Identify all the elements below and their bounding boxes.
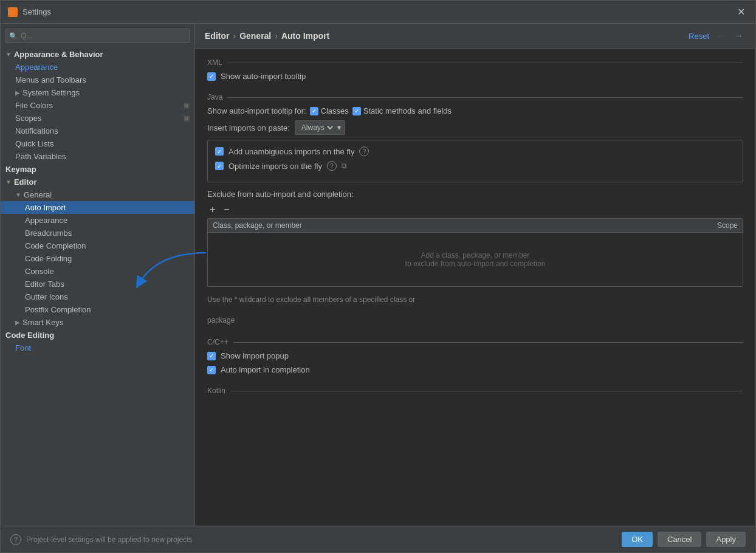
- sidebar-item-appearance2[interactable]: Appearance: [1, 214, 194, 227]
- java-section: Java Show auto-import tooltip for: ✓ Cla…: [207, 93, 743, 326]
- sidebar-item-path-variables[interactable]: Path Variables: [1, 150, 194, 163]
- app-icon: [8, 7, 18, 17]
- content-header: Editor › General › Auto Import Reset ← →: [195, 24, 755, 49]
- kotlin-section: Kotlin: [207, 386, 743, 395]
- cpp-section: C/C++ ✓ Show import popup ✓ Auto import …: [207, 338, 743, 374]
- add-unambiguous-label: Add unambiguous imports on the fly: [229, 147, 354, 156]
- breadcrumb-general: General: [239, 31, 271, 41]
- sidebar-item-editor[interactable]: ▼ Editor: [1, 176, 194, 188]
- expand-arrow-general: ▼: [15, 191, 21, 198]
- sidebar-item-console[interactable]: Console: [1, 265, 194, 278]
- cpp-show-popup-label: Show import popup: [221, 351, 289, 360]
- insert-imports-row: Insert imports on paste: Always Ask Neve…: [207, 120, 743, 135]
- insert-imports-label: Insert imports on paste:: [207, 123, 290, 132]
- java-tooltip-for-label: Show auto-import tooltip for:: [207, 106, 306, 115]
- breadcrumb-sep-1: ›: [233, 31, 236, 41]
- checkmark: ✓: [209, 366, 214, 373]
- table-header: Class, package, or member Scope: [208, 219, 743, 233]
- add-unambiguous-help-icon[interactable]: ?: [359, 146, 369, 156]
- sidebar-item-code-folding[interactable]: Code Folding: [1, 252, 194, 265]
- bottom-info-text: Project-level settings will be applied t…: [26, 535, 192, 544]
- sidebar-item-smart-keys[interactable]: ▶ Smart Keys: [1, 316, 194, 329]
- static-label: Static methods and fields: [363, 106, 452, 115]
- nav-back-button[interactable]: ←: [714, 30, 727, 42]
- exclude-table: Class, package, or member Scope Add a cl…: [207, 218, 743, 287]
- sidebar-item-file-colors[interactable]: File Colors ▣: [1, 99, 194, 112]
- sidebar-item-gutter-icons[interactable]: Gutter Icons: [1, 290, 194, 303]
- breadcrumb-editor: Editor: [205, 31, 229, 41]
- header-actions: Reset ← →: [689, 30, 746, 42]
- content-body: XML ✓ Show auto-import tooltip Java Show…: [195, 49, 755, 526]
- insert-imports-dropdown[interactable]: Always Ask Never ▾: [295, 120, 345, 135]
- optimize-imports-row: ✓ Optimize imports on the fly ? ⧉: [215, 161, 735, 171]
- sidebar-item-editor-tabs[interactable]: Editor Tabs: [1, 278, 194, 290]
- kotlin-section-title: Kotlin: [207, 386, 743, 395]
- sidebar-item-quick-lists[interactable]: Quick Lists: [1, 137, 194, 150]
- sidebar-item-system-settings[interactable]: ▶ System Settings: [1, 86, 194, 99]
- apply-button[interactable]: Apply: [706, 532, 746, 547]
- copy-icon[interactable]: ⧉: [342, 162, 347, 170]
- search-icon: 🔍: [9, 32, 18, 40]
- sidebar-item-general[interactable]: ▼ General: [1, 188, 194, 201]
- classes-pair: ✓ Classes: [310, 106, 349, 115]
- cancel-button[interactable]: Cancel: [658, 532, 701, 547]
- search-input[interactable]: [5, 29, 190, 43]
- classes-label: Classes: [321, 106, 349, 115]
- title-bar: Settings ✕: [1, 1, 755, 24]
- col-class-header: Class, package, or member: [213, 221, 689, 230]
- checkmark: ✓: [209, 73, 214, 80]
- remove-exclude-button[interactable]: −: [221, 204, 232, 216]
- cpp-auto-import-row: ✓ Auto import in completion: [207, 365, 743, 374]
- cpp-show-popup-checkbox[interactable]: ✓: [207, 352, 216, 360]
- sidebar-item-breadcrumbs[interactable]: Breadcrumbs: [1, 227, 194, 239]
- exclude-toolbar: + −: [207, 204, 743, 216]
- optimize-help-icon[interactable]: ?: [327, 161, 337, 171]
- close-button[interactable]: ✕: [734, 5, 748, 19]
- reset-link[interactable]: Reset: [689, 32, 709, 41]
- static-checkbox[interactable]: ✓: [352, 107, 361, 115]
- sidebar-item-scopes[interactable]: Scopes ▣: [1, 112, 194, 125]
- breadcrumb-auto-import: Auto Import: [281, 31, 329, 41]
- sidebar-item-notifications[interactable]: Notifications: [1, 125, 194, 137]
- ok-button[interactable]: OK: [622, 532, 653, 547]
- sidebar-item-appearance-behavior[interactable]: ▼ Appearance & Behavior: [1, 48, 194, 61]
- wildcard-hint-line2: package: [207, 315, 743, 326]
- sidebar-item-code-completion[interactable]: Code Completion: [1, 239, 194, 252]
- add-unambiguous-checkbox[interactable]: ✓: [215, 147, 224, 156]
- breadcrumb-sep-2: ›: [275, 31, 278, 41]
- col-scope-header: Scope: [689, 221, 738, 230]
- dialog-title: Settings: [22, 7, 734, 16]
- optimize-imports-checkbox[interactable]: ✓: [215, 162, 224, 170]
- static-pair: ✓ Static methods and fields: [352, 106, 452, 115]
- main-content: 🔍 ▼ Appearance & Behavior Appearance Men…: [1, 24, 755, 526]
- sidebar-item-font[interactable]: Font: [1, 342, 194, 354]
- settings-dialog: Settings ✕ 🔍 ▼ Appearance & Behavior App…: [0, 0, 756, 553]
- add-unambiguous-row: ✓ Add unambiguous imports on the fly ?: [215, 146, 735, 156]
- sidebar-item-auto-import[interactable]: Auto Import: [1, 201, 194, 214]
- content-area: Editor › General › Auto Import Reset ← →…: [195, 24, 755, 526]
- sidebar-item-postfix-completion[interactable]: Postfix Completion: [1, 303, 194, 316]
- sidebar-item-appearance[interactable]: Appearance: [1, 61, 194, 74]
- xml-show-tooltip-row: ✓ Show auto-import tooltip: [207, 72, 743, 81]
- cpp-auto-import-label: Auto import in completion: [221, 365, 310, 374]
- optimize-imports-label: Optimize imports on the fly: [229, 162, 322, 171]
- xml-show-tooltip-label: Show auto-import tooltip: [221, 72, 306, 81]
- xml-section-title: XML: [207, 58, 743, 67]
- add-exclude-button[interactable]: +: [207, 204, 218, 216]
- classes-checkbox[interactable]: ✓: [310, 107, 318, 115]
- expand-arrow-system: ▶: [15, 89, 20, 96]
- cpp-auto-import-checkbox[interactable]: ✓: [207, 366, 216, 374]
- info-icon[interactable]: ?: [10, 534, 21, 545]
- dropdown-arrow-icon: ▾: [337, 123, 341, 132]
- breadcrumb: Editor › General › Auto Import: [205, 31, 329, 41]
- sidebar-item-keymap[interactable]: Keymap: [1, 163, 194, 176]
- xml-show-tooltip-checkbox[interactable]: ✓: [207, 72, 216, 81]
- sidebar-item-code-editing[interactable]: Code Editing: [1, 329, 194, 342]
- cpp-show-popup-row: ✓ Show import popup: [207, 351, 743, 360]
- sidebar-item-menus-toolbars[interactable]: Menus and Toolbars: [1, 74, 194, 86]
- nav-forward-button[interactable]: →: [732, 30, 746, 42]
- cpp-section-title: C/C++: [207, 338, 743, 346]
- checkmark: ✓: [217, 163, 222, 170]
- insert-imports-select[interactable]: Always Ask Never: [299, 123, 335, 132]
- table-empty-line1: Add a class, package, or member: [421, 251, 530, 259]
